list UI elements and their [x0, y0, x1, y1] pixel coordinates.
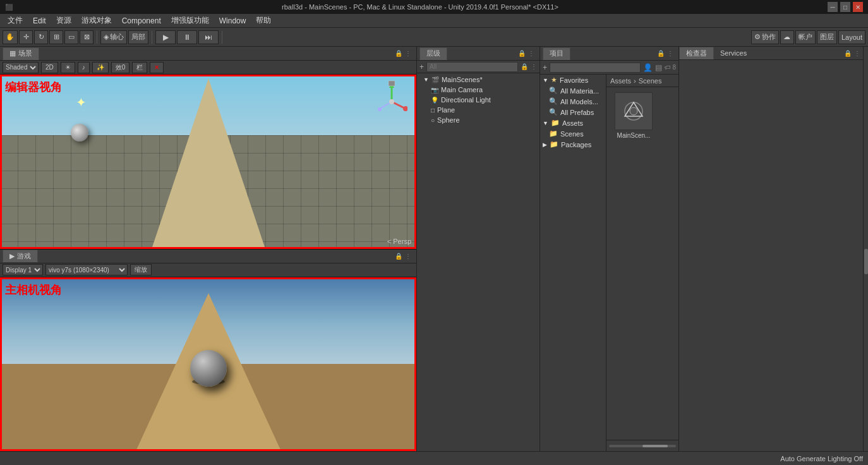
- game-lock-icon[interactable]: 🔒: [395, 253, 402, 260]
- hierarchy-search-input[interactable]: [426, 62, 518, 72]
- hierarchy-more-icon[interactable]: ⋮: [528, 50, 534, 57]
- collab-dropdown[interactable]: ⚙ 协作: [751, 30, 779, 44]
- inspector-panel: 检查器 Services 🔒 ⋮: [679, 47, 863, 451]
- services-tab-label: Services: [720, 49, 747, 57]
- game-scale-btn[interactable]: 缩放: [130, 264, 152, 275]
- game-tab[interactable]: ▶ 游戏: [3, 250, 38, 262]
- inspector-tab[interactable]: 检查器: [679, 47, 714, 59]
- project-item-scenes[interactable]: 📁 Scenes: [540, 128, 606, 139]
- scene-viewport[interactable]: 编辑器视角: [0, 75, 416, 249]
- scene-persp-label: < Persp: [387, 238, 411, 245]
- step-button[interactable]: ⏭: [198, 30, 219, 44]
- breadcrumb-current: Scenes: [639, 77, 662, 85]
- pivot-dropdown[interactable]: ◈ 轴心: [100, 30, 127, 44]
- layers-label: 图层: [820, 32, 834, 42]
- shading-dropdown[interactable]: Shaded: [3, 62, 39, 73]
- rotate-tool-button[interactable]: ↻: [34, 30, 48, 44]
- project-item-all-models[interactable]: 🔍 All Models...: [540, 96, 606, 107]
- menu-window[interactable]: Window: [214, 15, 251, 27]
- game-viewport[interactable]: 主相机视角: [0, 277, 416, 452]
- maximize-button[interactable]: □: [840, 2, 850, 12]
- project-more-icon[interactable]: ⋮: [667, 50, 673, 57]
- 2d-toggle[interactable]: 2D: [41, 62, 58, 73]
- inspector-lock-icon[interactable]: 🔒: [844, 50, 852, 57]
- hierarchy-tab-label: 层级: [426, 49, 440, 58]
- all-models-label: All Models...: [560, 98, 598, 106]
- account-dropdown[interactable]: 帐户: [795, 30, 816, 44]
- project-lock-icon[interactable]: 🔒: [657, 50, 665, 57]
- game-tabbar: ▶ 游戏 🔒 ⋮: [0, 250, 416, 263]
- pause-button[interactable]: ⏸: [177, 30, 197, 44]
- display-dropdown[interactable]: Display 1: [3, 264, 43, 275]
- local-dropdown[interactable]: 局部: [128, 30, 148, 44]
- move-tool-button[interactable]: ✛: [19, 30, 33, 44]
- scale-tool-button[interactable]: ⊞: [49, 30, 63, 44]
- game-camera-label: 主相机视角: [5, 282, 62, 298]
- scene-gizmo: [376, 80, 407, 114]
- project-label-icon[interactable]: 🏷 8: [665, 64, 676, 71]
- resolution-dropdown[interactable]: vivo y7s (1080×2340): [45, 264, 128, 275]
- breadcrumb-root[interactable]: Assets: [610, 77, 631, 85]
- sphere-label: Sphere: [437, 116, 459, 124]
- menu-help[interactable]: 帮助: [251, 14, 276, 27]
- more-icon[interactable]: ⋮: [405, 50, 411, 57]
- project-add-icon[interactable]: +: [543, 63, 547, 72]
- inspector-more-icon[interactable]: ⋮: [854, 50, 860, 57]
- cloud-button[interactable]: ☁: [780, 30, 794, 44]
- project-item-packages[interactable]: ▶ 📁 Packages: [540, 139, 606, 150]
- project-item-favorites[interactable]: ▼ ★ Favorites: [540, 75, 606, 85]
- close-button[interactable]: ✕: [853, 2, 863, 12]
- toolbar-sep-3: [222, 31, 222, 44]
- menu-assets[interactable]: 资源: [51, 14, 76, 27]
- menu-edit[interactable]: Edit: [28, 15, 51, 27]
- project-tab[interactable]: 项目: [543, 47, 570, 60]
- hierarchy-item-mainscenes[interactable]: ▼ 🎬 MainScenes*: [418, 75, 538, 85]
- project-search-input[interactable]: [550, 63, 641, 73]
- favorites-star-icon: ★: [551, 76, 557, 84]
- asset-item-mainscene[interactable]: MainScen...: [612, 92, 656, 139]
- layout-dropdown[interactable]: Layout: [838, 30, 865, 44]
- scene-tab-label: 场景: [18, 49, 32, 58]
- pivot-label: 轴心: [110, 32, 124, 42]
- scene-close-btn[interactable]: ✕: [150, 62, 164, 73]
- hand-tool-button[interactable]: ✋: [3, 30, 18, 44]
- layout-label: Layout: [841, 33, 862, 41]
- hierarchy-dots-icon[interactable]: ⋮: [531, 63, 537, 70]
- menu-file[interactable]: 文件: [3, 14, 28, 27]
- hierarchy-item-sphere[interactable]: ○ Sphere: [418, 115, 538, 125]
- mainscenes-label: MainScenes*: [442, 76, 483, 83]
- hierarchy-lock-icon[interactable]: 🔒: [518, 50, 526, 57]
- lock-icon[interactable]: 🔒: [395, 50, 402, 57]
- scene-bars-btn[interactable]: 栏: [132, 62, 147, 73]
- minimize-button[interactable]: ─: [828, 2, 838, 12]
- hierarchy-item-maincamera[interactable]: 📷 Main Camera: [418, 85, 538, 95]
- right-scrollbar[interactable]: [863, 47, 868, 451]
- project-filter2-icon[interactable]: ▤: [655, 63, 662, 72]
- scene-tab[interactable]: ▦ 场景: [3, 47, 39, 60]
- play-button[interactable]: ▶: [155, 30, 176, 44]
- project-filter-icon[interactable]: 👤: [643, 63, 653, 72]
- layers-dropdown[interactable]: 图层: [817, 30, 837, 44]
- hierarchy-item-plane[interactable]: □ Plane: [418, 105, 538, 115]
- scene-sphere-object[interactable]: [71, 124, 88, 142]
- rect-tool-button[interactable]: ▭: [64, 30, 78, 44]
- menu-plugins[interactable]: 增强版功能: [166, 14, 214, 27]
- project-item-all-prefabs[interactable]: 🔍 All Prefabs: [540, 107, 606, 118]
- scene-tabbar: ▦ 场景 🔒 ⋮: [0, 47, 416, 61]
- menu-component[interactable]: Component: [117, 15, 166, 27]
- transform-tool-button[interactable]: ⊠: [80, 30, 93, 44]
- scene-light-btn[interactable]: ☀: [61, 62, 75, 73]
- services-tab[interactable]: Services: [714, 47, 753, 59]
- hierarchy-tab[interactable]: 层级: [419, 47, 447, 60]
- scene-fx-btn[interactable]: ✨: [92, 62, 109, 73]
- hierarchy-item-directionallight[interactable]: 💡 Directional Light: [418, 95, 538, 105]
- project-item-assets[interactable]: ▼ 📁 Assets: [540, 118, 606, 128]
- asset-scrollbar[interactable]: [606, 440, 678, 451]
- menu-gameobject[interactable]: 游戏对象: [76, 14, 117, 27]
- scene-gizmos-btn[interactable]: 效0: [111, 62, 130, 73]
- game-more-icon[interactable]: ⋮: [405, 253, 411, 260]
- hierarchy-add-icon[interactable]: +: [419, 63, 424, 71]
- project-item-all-materials[interactable]: 🔍 All Materia...: [540, 85, 606, 96]
- scene-sound-btn[interactable]: ♪: [78, 62, 90, 73]
- scene-light-object[interactable]: ✦: [76, 95, 87, 110]
